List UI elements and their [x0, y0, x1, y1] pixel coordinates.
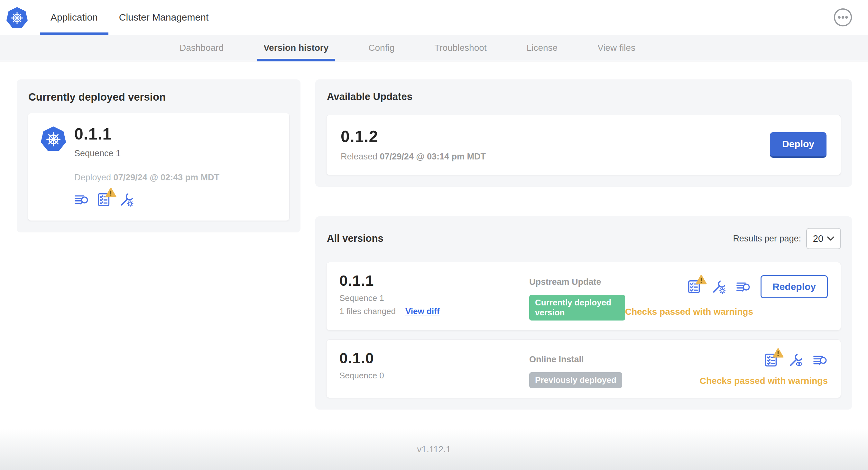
log-lines-magnifier-icon — [736, 279, 751, 294]
right-column: Available Updates 0.1.2 Released 07/29/2… — [315, 79, 852, 409]
view-config-button[interactable] — [788, 352, 803, 367]
available-update-info: 0.1.2 Released 07/29/24 @ 03:14 pm MDT — [341, 129, 486, 162]
subnav-dashboard[interactable]: Dashboard — [180, 35, 224, 61]
top-bar: Application Cluster Management — [0, 0, 868, 35]
row-sequence: Sequence 0 — [339, 371, 529, 381]
results-per-page: Results per page: 20 — [733, 228, 841, 249]
view-logs-button[interactable] — [736, 279, 751, 294]
warning-triangle-icon — [772, 348, 784, 358]
row-files-changed: 1 files changed View diff — [339, 306, 529, 316]
more-options-button[interactable] — [833, 8, 852, 27]
available-update-card: 0.1.2 Released 07/29/24 @ 03:14 pm MDT D… — [326, 115, 841, 175]
kubernetes-logo — [6, 7, 28, 28]
log-lines-magnifier-icon — [74, 192, 89, 207]
wrench-eye-icon — [788, 352, 803, 367]
checks-status-link[interactable]: Checks passed with warnings — [700, 376, 828, 386]
deploy-button[interactable]: Deploy — [770, 132, 827, 158]
deployed-version-actions — [74, 192, 219, 207]
results-per-page-value: 20 — [813, 233, 823, 244]
results-per-page-label: Results per page: — [733, 234, 801, 244]
available-updates-title: Available Updates — [327, 91, 841, 103]
tab-cluster-management[interactable]: Cluster Management — [108, 0, 219, 35]
currently-deployed-card: 0.1.1 Sequence 1 Deployed 07/29/24 @ 02:… — [28, 113, 289, 221]
files-changed-label: 1 files changed — [339, 306, 396, 316]
subnav-license[interactable]: License — [527, 35, 558, 61]
console-version: v1.112.1 — [417, 444, 451, 455]
all-versions-title: All versions — [327, 233, 383, 244]
subnav-troubleshoot[interactable]: Troubleshoot — [434, 35, 487, 61]
edit-config-button[interactable] — [712, 279, 726, 294]
row-version-number: 0.1.0 — [339, 351, 529, 366]
redeploy-button[interactable]: Redeploy — [761, 275, 828, 298]
deployed-version-number: 0.1.1 — [74, 126, 219, 142]
version-row-source: Online Install Previously deployed — [529, 351, 700, 388]
checks-status-link[interactable]: Checks passed with warnings — [625, 307, 753, 317]
update-version-number: 0.1.2 — [341, 129, 486, 145]
version-row-info: 0.1.0 Sequence 0 — [339, 351, 529, 381]
deployed-sequence: Sequence 1 — [74, 148, 219, 159]
preflight-checks-button[interactable] — [97, 192, 112, 207]
results-per-page-select[interactable]: 20 — [806, 228, 841, 249]
view-diff-link[interactable]: View diff — [405, 306, 439, 316]
version-row-actions: Checks passed with warnings — [700, 351, 828, 386]
warning-triangle-icon — [105, 188, 117, 197]
row-sequence: Sequence 1 — [339, 293, 529, 303]
update-released-line: Released 07/29/24 @ 03:14 pm MDT — [341, 152, 486, 162]
app-level-tabs: Application Cluster Management — [40, 0, 219, 35]
available-updates-panel: Available Updates 0.1.2 Released 07/29/2… — [315, 79, 852, 187]
tab-application-label: Application — [51, 12, 98, 23]
deployed-timestamp: Deployed 07/29/24 @ 02:43 pm MDT — [74, 173, 219, 182]
status-badge: Previously deployed — [529, 372, 622, 388]
row-version-number: 0.1.1 — [339, 273, 529, 288]
log-lines-magnifier-icon — [813, 352, 828, 367]
kubernetes-app-icon — [41, 126, 66, 151]
app-subnav: Dashboard Version history Config Trouble… — [0, 35, 868, 61]
version-row-info: 0.1.1 Sequence 1 1 files changed View di… — [339, 273, 529, 316]
preflight-checks-button[interactable] — [687, 279, 702, 294]
released-prefix: Released — [341, 152, 377, 161]
version-row-source: Upstream Update Currently deployed versi… — [529, 273, 625, 321]
ellipsis-circle-icon — [833, 8, 852, 27]
view-logs-button[interactable] — [813, 352, 828, 367]
subnav-config[interactable]: Config — [368, 35, 395, 61]
tab-cluster-management-label: Cluster Management — [119, 12, 209, 23]
wrench-gear-icon — [119, 192, 134, 207]
version-row-0-1-0: 0.1.0 Sequence 0 Online Install Previous… — [326, 339, 841, 398]
subnav-view-files[interactable]: View files — [597, 35, 636, 61]
released-date: 07/29/24 @ 03:14 pm MDT — [380, 152, 486, 161]
currently-deployed-title: Currently deployed version — [28, 91, 289, 103]
version-history-page: Currently deployed version — [0, 61, 868, 429]
source-label: Online Install — [529, 355, 700, 365]
subnav-version-history[interactable]: Version history — [264, 35, 329, 61]
deployed-prefix: Deployed — [74, 173, 111, 182]
kots-admin-console: Application Cluster Management Dashboard… — [0, 0, 868, 470]
currently-deployed-panel: Currently deployed version — [17, 79, 301, 232]
version-row-0-1-1: 0.1.1 Sequence 1 1 files changed View di… — [326, 262, 841, 331]
warning-triangle-icon — [695, 274, 707, 284]
edit-config-button[interactable] — [119, 192, 134, 207]
preflight-checks-button[interactable] — [764, 352, 779, 367]
all-versions-header: All versions Results per page: 20 — [326, 228, 841, 249]
wrench-gear-icon — [712, 279, 726, 294]
tab-application[interactable]: Application — [40, 0, 108, 35]
actions-row — [764, 352, 828, 367]
view-logs-button[interactable] — [74, 192, 89, 207]
version-row-actions: Redeploy Checks passed with warnings — [625, 273, 828, 317]
source-label: Upstream Update — [529, 277, 625, 287]
footer: v1.112.1 — [0, 429, 868, 470]
all-versions-panel: All versions Results per page: 20 — [315, 216, 852, 409]
chevron-down-icon — [827, 236, 834, 241]
status-badge: Currently deployed version — [529, 295, 625, 321]
actions-row: Redeploy — [687, 275, 828, 298]
deployed-date: 07/29/24 @ 02:43 pm MDT — [114, 173, 219, 182]
